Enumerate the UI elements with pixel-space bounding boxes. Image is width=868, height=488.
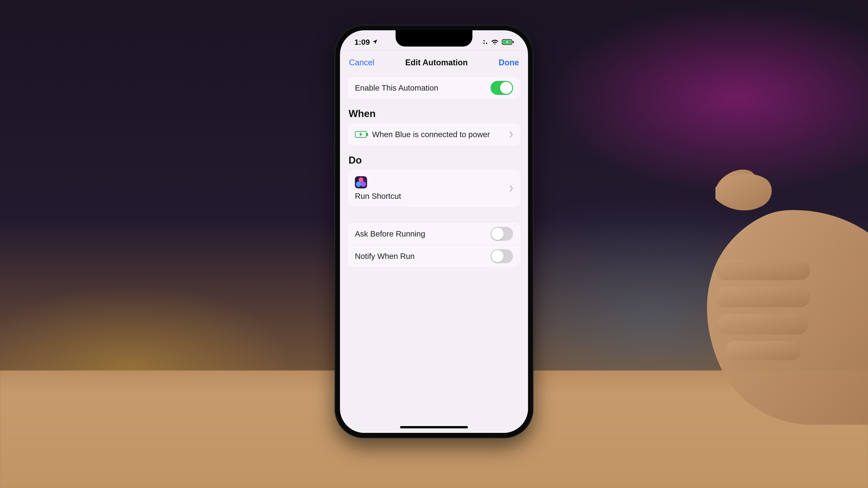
do-action-label: Run Shortcut [355, 192, 504, 201]
ask-before-running-toggle[interactable] [491, 227, 513, 241]
enable-automation-row[interactable]: Enable This Automation [348, 77, 520, 99]
scene-background: 1:09 [0, 0, 868, 488]
toggle-knob [491, 228, 504, 240]
edit-automation-sheet: Cancel Edit Automation Done Enable This … [340, 51, 528, 433]
shortcuts-app-icon [355, 176, 367, 188]
wifi-icon [491, 39, 499, 45]
location-services-icon [372, 38, 378, 46]
do-group: Run Shortcut [348, 170, 520, 207]
notify-when-run-toggle[interactable] [491, 249, 513, 263]
chevron-right-icon [509, 131, 513, 138]
svg-point-0 [484, 40, 485, 41]
do-action-row[interactable]: Run Shortcut [348, 170, 520, 207]
home-indicator[interactable] [400, 426, 468, 428]
ask-before-running-row[interactable]: Ask Before Running [348, 223, 520, 245]
status-right [483, 39, 515, 45]
phone-screen: 1:09 [340, 30, 528, 433]
svg-point-1 [484, 43, 485, 44]
svg-rect-9 [718, 314, 808, 334]
ask-before-running-label: Ask Before Running [355, 229, 485, 238]
page-title: Edit Automation [405, 58, 468, 67]
svg-point-6 [710, 163, 761, 207]
chevron-right-icon [509, 185, 513, 192]
toggle-knob [500, 82, 512, 94]
notify-when-run-row[interactable]: Notify When Run [348, 245, 520, 267]
phone-frame: 1:09 [335, 25, 533, 438]
toggle-knob [491, 250, 504, 262]
svg-rect-8 [715, 287, 810, 307]
done-button[interactable]: Done [499, 58, 519, 67]
when-group: When Blue is connected to power [348, 123, 520, 145]
battery-charging-icon [355, 131, 367, 138]
status-time: 1:09 [354, 38, 370, 46]
battery-status-icon [502, 39, 515, 45]
notify-when-run-label: Notify When Run [355, 252, 485, 261]
svg-point-2 [486, 43, 487, 44]
sheet-content: Enable This Automation When [340, 74, 528, 267]
svg-rect-7 [715, 260, 810, 280]
do-section-title: Do [348, 155, 520, 166]
enable-group: Enable This Automation [348, 77, 520, 99]
svg-rect-5 [513, 41, 514, 43]
enable-automation-label: Enable This Automation [355, 84, 485, 92]
svg-rect-10 [724, 341, 801, 360]
options-group: Ask Before Running Notify When Run [348, 223, 520, 267]
cancel-button[interactable]: Cancel [349, 58, 374, 67]
enable-automation-toggle[interactable] [491, 81, 513, 95]
focus-indicator-icon [483, 39, 488, 44]
spacer [348, 207, 520, 223]
when-section-title: When [348, 108, 520, 119]
phone-notch [396, 30, 472, 46]
when-trigger-label: When Blue is connected to power [372, 130, 504, 139]
status-left: 1:09 [354, 38, 378, 46]
when-trigger-row[interactable]: When Blue is connected to power [348, 123, 520, 145]
